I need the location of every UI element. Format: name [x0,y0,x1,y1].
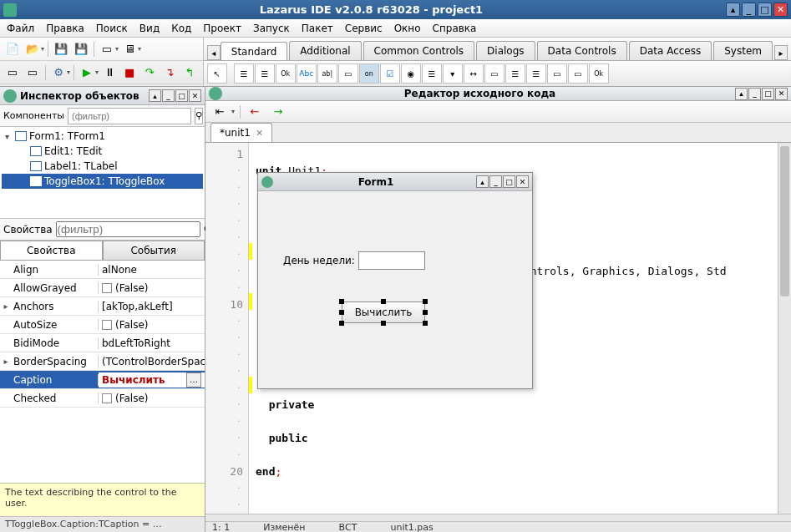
prop-borderspacing[interactable]: ▸BorderSpacing(TControlBorderSpacing) [0,352,205,371]
palette-popupmenu[interactable]: ☰ [255,63,275,84]
tree-togglebox1[interactable]: ToggleBox1: TToggleBox [2,174,203,189]
component-filter-input[interactable] [68,108,191,124]
designer-label1[interactable]: День недели: [283,255,355,266]
palette-button[interactable]: Ok [276,63,296,84]
palette-edit[interactable]: ab| [317,63,337,84]
caption-ellipsis-button[interactable]: … [186,372,201,388]
menu-code[interactable]: Код [171,23,191,34]
tab-dialogs[interactable]: Dialogs [476,41,535,60]
ed-shade[interactable]: ▴ [735,88,748,100]
vertical-scrollbar[interactable] [778,143,791,514]
palette-scrollbar[interactable]: ↔ [464,63,484,84]
palette-panel[interactable]: ▭ [547,63,567,84]
form-shade[interactable]: ▴ [476,175,489,188]
close-button[interactable]: ✕ [773,3,788,17]
new-form-button[interactable]: ▭ [98,40,116,58]
prop-align[interactable]: AlignalNone [0,261,205,279]
menu-file[interactable]: Файл [7,23,34,34]
menu-run[interactable]: Запуск [253,23,290,34]
tab-nav-left[interactable]: ◂ [207,45,221,60]
palette-frame[interactable]: ▭ [568,63,588,84]
menu-search[interactable]: Поиск [96,23,128,34]
oi-shade[interactable]: ▴ [149,89,161,102]
designer-edit1[interactable] [358,251,425,270]
menu-edit[interactable]: Правка [46,23,84,34]
palette-radiogroup[interactable]: ☰ [505,63,525,84]
tab-events[interactable]: События [103,241,205,260]
tab-data-access[interactable]: Data Access [629,41,712,60]
tab-system[interactable]: System [713,41,773,60]
build-mode-button[interactable]: ⚙ [49,63,68,82]
view-forms-button[interactable]: ▭ [23,63,42,82]
prop-anchors[interactable]: ▸Anchors[akTop,akLeft] [0,297,205,316]
tree-label1[interactable]: Label1: TLabel [2,159,203,174]
form-titlebar[interactable]: Form1 ▴ _ □ ✕ [258,173,532,191]
form-max[interactable]: □ [503,175,515,188]
palette-togglebox[interactable]: on [359,63,379,84]
oi-close[interactable]: ✕ [189,89,201,102]
menu-help[interactable]: Справка [433,23,477,34]
tab-properties[interactable]: Свойства [0,241,103,260]
menu-package[interactable]: Пакет [302,23,333,34]
minimize-button[interactable]: _ [742,3,756,17]
palette-checkbox[interactable]: ☑ [380,63,400,84]
menu-view[interactable]: Вид [139,23,160,34]
ed-max[interactable]: □ [762,88,774,100]
palette-mainmenu[interactable]: ☰ [234,63,254,84]
tab-standard[interactable]: Standard [221,42,288,61]
prop-checked[interactable]: Checked(False) [0,389,205,408]
form-close[interactable]: ✕ [516,175,529,188]
property-grid[interactable]: AlignalNone AllowGrayed(False) ▸Anchors[… [0,261,205,483]
component-tree[interactable]: ▾Form1: TForm1 Edit1: TEdit Label1: TLab… [0,127,205,219]
jump-back-dd[interactable]: ⇤ [210,103,229,121]
step-out-button[interactable]: ↰ [180,63,199,82]
palette-actionlist[interactable]: Ok [589,63,609,84]
tab-close-icon[interactable]: ✕ [256,128,263,139]
menu-service[interactable]: Сервис [345,23,383,34]
prop-bidimode[interactable]: BidiModebdLeftToRight [0,334,205,352]
palette-combobox[interactable]: ▾ [443,63,463,84]
form-canvas[interactable]: День недели: Вычислить [258,191,532,388]
tab-nav-right[interactable]: ▸ [774,45,788,60]
tab-additional[interactable]: Additional [289,41,361,60]
toggle-form-unit-button[interactable]: 🖥 [120,40,139,58]
component-filter-clear[interactable]: ⚲ [195,108,203,124]
prop-allowgrayed[interactable]: AllowGrayed(False) [0,279,205,297]
property-filter-input[interactable] [56,221,200,237]
palette-listbox[interactable]: ☰ [422,63,442,84]
tab-common-controls[interactable]: Common Controls [363,41,475,60]
menu-window[interactable]: Окно [394,23,421,34]
oi-max[interactable]: □ [175,89,188,102]
palette-label[interactable]: Abc [297,63,317,84]
view-units-button[interactable]: ▭ [3,63,22,82]
prop-autosize[interactable]: AutoSize(False) [0,316,205,334]
tree-edit1[interactable]: Edit1: TEdit [2,144,203,159]
oi-min[interactable]: _ [162,89,175,102]
pause-button[interactable]: ⏸ [100,63,119,82]
form-min[interactable]: _ [489,175,502,188]
open-button[interactable]: 📂 [23,40,42,58]
ed-close[interactable]: ✕ [775,88,788,100]
run-button[interactable]: ▶ [78,63,96,82]
tree-form1[interactable]: ▾Form1: TForm1 [2,129,203,144]
palette-radiobutton[interactable]: ◉ [401,63,421,84]
tab-unit1[interactable]: *unit1✕ [210,123,272,142]
menu-project[interactable]: Проект [203,23,241,34]
palette-pointer[interactable]: ↖ [207,63,227,84]
prop-caption[interactable]: CaptionВычислить… [0,371,205,389]
step-over-button[interactable]: ↷ [140,63,159,82]
save-all-button[interactable]: 💾 [72,40,90,58]
nav-back-button[interactable]: ← [246,103,264,121]
step-into-button[interactable]: ↴ [160,63,179,82]
shade-button[interactable]: ▴ [726,3,740,17]
stop-button[interactable]: ■ [120,63,139,82]
form-designer[interactable]: Form1 ▴ _ □ ✕ День недели: Вычислить [257,172,533,389]
ed-min[interactable]: _ [748,88,761,100]
palette-checkgroup[interactable]: ☰ [526,63,546,84]
maximize-button[interactable]: □ [758,3,772,17]
palette-memo[interactable]: ▭ [338,63,358,84]
nav-fwd-button[interactable]: → [269,103,287,121]
new-unit-button[interactable]: 📄 [3,40,22,58]
palette-groupbox[interactable]: ▭ [484,63,505,84]
horizontal-scrollbar[interactable] [205,514,791,521]
